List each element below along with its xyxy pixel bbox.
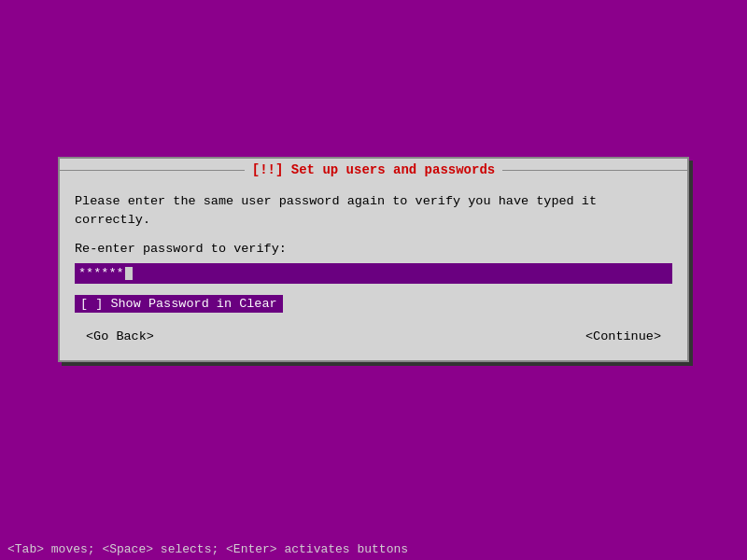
dialog-title: [!!] Set up users and passwords [245, 162, 502, 177]
password-value: ****** [78, 266, 124, 280]
continue-button[interactable]: <Continue> [578, 328, 669, 345]
dialog-container: [!!] Set up users and passwords Please e… [58, 157, 689, 362]
show-password-checkbox[interactable]: [ ] Show Password in Clear [75, 295, 283, 313]
description-text: Please enter the same user password agai… [75, 192, 672, 231]
checkbox-row: [ ] Show Password in Clear [75, 295, 672, 313]
go-back-button[interactable]: <Go Back> [78, 328, 162, 345]
password-input-field[interactable]: ****** [75, 263, 672, 284]
dialog-body: Please enter the same user password agai… [60, 181, 687, 360]
status-bar: <Tab> moves; <Space> selects; <Enter> ac… [0, 538, 747, 560]
buttons-row: <Go Back> <Continue> [75, 328, 672, 345]
checkbox-state: [ ] [80, 297, 103, 311]
text-cursor [125, 267, 133, 280]
label-text: Re-enter password to verify: [75, 242, 672, 256]
checkbox-text: Show Password in Clear [103, 297, 276, 311]
status-text: <Tab> moves; <Space> selects; <Enter> ac… [7, 542, 408, 556]
title-bar: [!!] Set up users and passwords [60, 159, 687, 181]
